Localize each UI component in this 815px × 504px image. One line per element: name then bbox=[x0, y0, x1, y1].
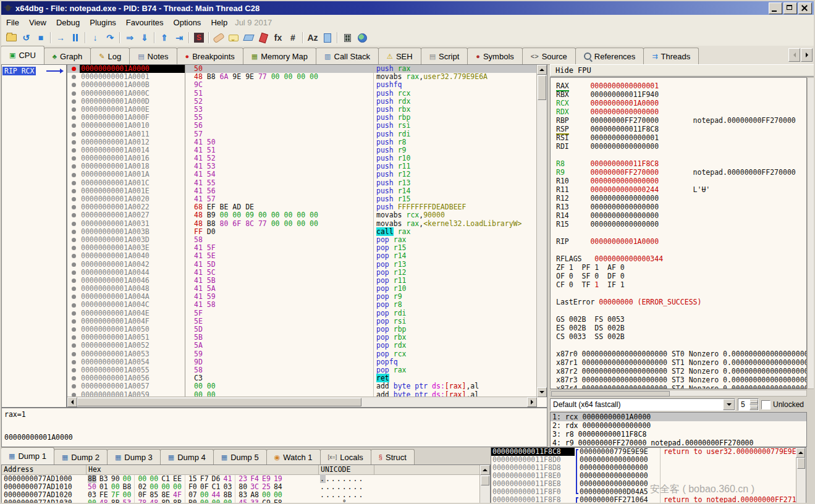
argument-row[interactable]: 4: r9 00000000FF270000 notepad.00000000F… bbox=[551, 439, 806, 447]
breakpoint-gutter[interactable] bbox=[67, 293, 80, 301]
breakpoint-gutter[interactable] bbox=[67, 236, 80, 244]
disasm-row[interactable]: 00000000001A001C41 55push r13 bbox=[67, 179, 537, 187]
trace-into-icon[interactable]: ⇓ bbox=[138, 32, 151, 44]
breakpoint-gutter[interactable] bbox=[67, 211, 80, 219]
calculator-icon[interactable] bbox=[340, 32, 354, 44]
register-row[interactable]: ZF 1 PF 1 AF 0 bbox=[556, 263, 806, 272]
breakpoint-gutter[interactable] bbox=[67, 114, 80, 122]
register-row[interactable]: x87r2 00000000000000000000 ST2 Nonzero 0… bbox=[556, 367, 806, 376]
breakpoint-gutter[interactable] bbox=[67, 382, 80, 390]
breakpoint-gutter[interactable] bbox=[67, 146, 80, 154]
tab-watch-1[interactable]: ◉Watch 1 bbox=[266, 449, 321, 464]
register-row[interactable]: CS 0033 SS 002B bbox=[556, 332, 806, 341]
hide-fpu-button[interactable]: Hide FPU bbox=[550, 64, 815, 77]
hash-icon[interactable]: # bbox=[286, 32, 300, 44]
tab-threads[interactable]: ⇉Threads bbox=[643, 48, 699, 64]
breakpoint-gutter[interactable] bbox=[67, 342, 80, 350]
breakpoint-gutter[interactable] bbox=[67, 228, 80, 236]
disasm-row[interactable]: 00000000001A004441 5Cpop r12 bbox=[67, 269, 537, 277]
tab-seh[interactable]: ⚠SEH bbox=[378, 48, 421, 64]
breakpoint-gutter[interactable] bbox=[67, 334, 80, 342]
tab-dump-5[interactable]: ▦Dump 5 bbox=[213, 449, 267, 464]
menu-item-view[interactable]: View bbox=[24, 18, 51, 27]
breakpoint-gutter[interactable] bbox=[67, 277, 80, 285]
scroll-up-icon[interactable] bbox=[537, 65, 547, 75]
breakpoint-gutter[interactable] bbox=[67, 326, 80, 334]
tab-graph[interactable]: ♣Graph bbox=[44, 48, 91, 64]
breakpoint-gutter[interactable] bbox=[67, 301, 80, 309]
register-row[interactable]: R14 0000000000000000 bbox=[556, 211, 806, 220]
register-row[interactable]: RDI 0000000000000000 bbox=[556, 142, 806, 151]
dump-vertical-scrollbar[interactable] bbox=[479, 465, 490, 504]
argument-row[interactable]: 1: rcx 00000000001A0000 bbox=[551, 413, 806, 421]
breakpoint-gutter[interactable] bbox=[67, 350, 80, 358]
spin-down-icon[interactable] bbox=[750, 405, 758, 410]
disasm-row[interactable]: 00000000001A003148 B8 80 6F 8C 77 00 00 … bbox=[67, 220, 537, 228]
breakpoint-gutter[interactable] bbox=[67, 244, 80, 252]
minimize-button[interactable] bbox=[769, 2, 782, 14]
disasm-vscroll-thumb[interactable] bbox=[538, 75, 546, 100]
breakpoint-gutter[interactable] bbox=[67, 261, 80, 269]
register-row[interactable]: RIP 00000000001A0000 bbox=[556, 237, 806, 246]
function-icon[interactable]: fx bbox=[271, 32, 285, 44]
breakpoint-gutter[interactable] bbox=[67, 162, 80, 170]
breakpoint-gutter[interactable] bbox=[67, 195, 80, 203]
disasm-row[interactable]: 00000000001A004241 5Dpop r13 bbox=[67, 261, 537, 269]
breakpoint-gutter[interactable] bbox=[67, 81, 80, 89]
run-icon[interactable]: → bbox=[54, 32, 67, 44]
registers-horizontal-scrollbar[interactable] bbox=[550, 390, 807, 397]
breakpoint-gutter[interactable] bbox=[67, 106, 80, 114]
register-row[interactable]: R15 0000000000000000 bbox=[556, 220, 806, 229]
disasm-row[interactable]: 00000000001A004C41 58pop r8 bbox=[67, 301, 537, 309]
stop-icon[interactable]: ■ bbox=[34, 32, 48, 44]
argument-row[interactable]: 2: rdx 0000000000000000 bbox=[551, 421, 806, 430]
register-row[interactable]: GS 002B FS 0053 bbox=[556, 315, 806, 324]
open-file-icon[interactable] bbox=[4, 32, 18, 44]
tab-dump-2[interactable]: ▦Dump 2 bbox=[54, 449, 108, 464]
register-row[interactable]: RSI 0000000000000001 bbox=[556, 133, 806, 142]
comment-icon[interactable] bbox=[227, 32, 240, 44]
breakpoint-gutter[interactable] bbox=[67, 154, 80, 162]
argument-count-stepper[interactable]: 5 bbox=[738, 398, 759, 411]
tab-scroll-left-icon[interactable] bbox=[788, 48, 800, 62]
register-row[interactable]: R8 000000000011F8C8 bbox=[556, 159, 806, 168]
disasm-row[interactable]: 00000000001A005359pop rcx bbox=[67, 350, 537, 358]
dump-vscroll-thumb[interactable] bbox=[481, 476, 489, 485]
register-row[interactable]: RFLAGS 0000000000000344 bbox=[556, 254, 806, 263]
breakpoint-gutter[interactable] bbox=[67, 366, 80, 374]
spin-up-icon[interactable] bbox=[750, 399, 758, 405]
breakpoint-gutter[interactable] bbox=[67, 309, 80, 317]
dump-row[interactable]: 0000000077AD103000488B5378488D8BB0000000… bbox=[2, 499, 490, 504]
register-row[interactable]: RBP 00000000FF270000 notepad.00000000FF2… bbox=[556, 116, 806, 125]
breakpoint-gutter[interactable] bbox=[67, 374, 80, 382]
scroll-up-icon[interactable] bbox=[796, 448, 805, 458]
register-row[interactable]: R13 0000000000000000 bbox=[556, 203, 806, 211]
menu-item-favourites[interactable]: Favourites bbox=[121, 18, 169, 27]
register-row[interactable] bbox=[556, 341, 806, 350]
register-row[interactable] bbox=[556, 229, 806, 237]
disasm-row[interactable]: 00000000001A003BFF D0call rax bbox=[67, 228, 537, 236]
disasm-row[interactable]: 00000000001A000C51push rcx bbox=[67, 90, 537, 98]
menu-item-options[interactable]: Options bbox=[169, 18, 206, 27]
tab-symbols[interactable]: ●Symbols bbox=[467, 48, 523, 64]
scroll-down-icon[interactable] bbox=[537, 387, 547, 397]
tab-references[interactable]: References bbox=[575, 48, 644, 64]
tab-call-stack[interactable]: ▥Call Stack bbox=[316, 48, 379, 64]
execute-till-return-icon[interactable]: ⇑ bbox=[158, 32, 171, 44]
disasm-row[interactable]: 00000000001A004E5Fpop rdi bbox=[67, 309, 537, 317]
pause-icon[interactable] bbox=[69, 32, 82, 44]
scroll-up-icon[interactable] bbox=[480, 465, 490, 475]
tab-locals[interactable]: [x=]Locals bbox=[320, 449, 371, 464]
disasm-vertical-scrollbar[interactable] bbox=[536, 65, 547, 397]
stack-row[interactable]: 000000000011F8F800000000FF271064return t… bbox=[491, 496, 806, 504]
tab-dump-1[interactable]: ▦Dump 1 bbox=[1, 447, 54, 464]
close-button[interactable] bbox=[798, 2, 812, 14]
breakpoint-gutter[interactable] bbox=[67, 220, 80, 228]
register-row[interactable]: RSP 000000000011F8C8 bbox=[556, 125, 806, 133]
breakpoint-gutter[interactable] bbox=[67, 90, 80, 98]
tab-notes[interactable]: ▤Notes bbox=[129, 48, 177, 64]
case-icon[interactable]: Aᴢ bbox=[306, 32, 319, 44]
menu-item-plugins[interactable]: Plugins bbox=[85, 18, 121, 27]
disasm-row[interactable]: 00000000001A001A41 54push r12 bbox=[67, 170, 537, 178]
stack-vscroll-thumb[interactable] bbox=[797, 458, 805, 469]
